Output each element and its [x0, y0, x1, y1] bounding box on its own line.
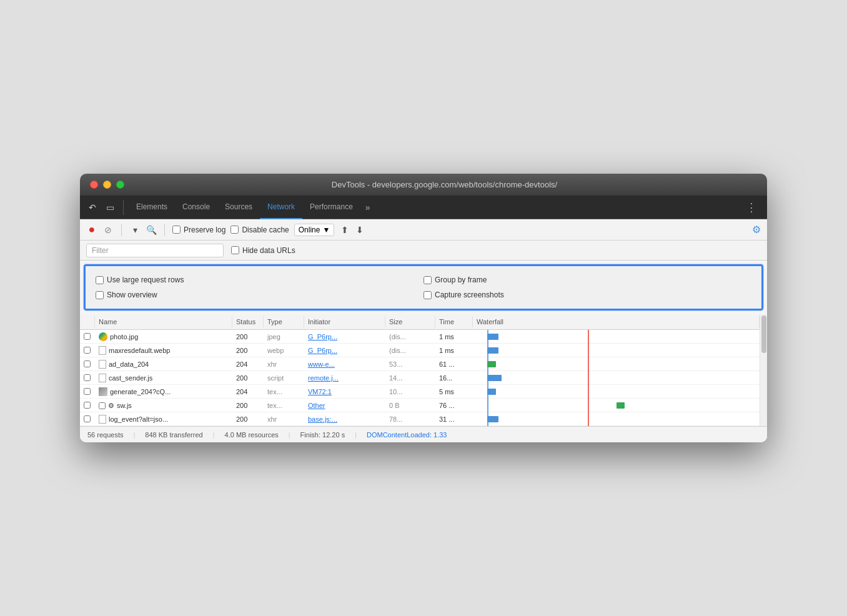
- table-row[interactable]: ⚙sw.js200tex...Other0 B76 ...: [80, 399, 760, 412]
- row-checkbox[interactable]: [84, 402, 91, 409]
- tab-network[interactable]: Network: [260, 196, 302, 219]
- requests-count: 56 requests: [87, 431, 123, 439]
- row-checkbox[interactable]: [84, 360, 91, 367]
- row-sub-checkbox[interactable]: [99, 402, 106, 410]
- capture-screenshots-text: Capture screenshots: [435, 291, 504, 299]
- resources-size: 4.0 MB resources: [225, 431, 279, 439]
- row-initiator[interactable]: base.js:...: [304, 414, 385, 424]
- show-overview-checkbox[interactable]: [96, 291, 104, 299]
- th-initiator[interactable]: Initiator: [304, 316, 385, 327]
- hide-data-urls-label[interactable]: Hide data URLs: [231, 246, 295, 255]
- capture-screenshots-checkbox[interactable]: [423, 291, 432, 299]
- show-overview-label[interactable]: Show overview: [96, 291, 157, 299]
- tab-performance[interactable]: Performance: [302, 196, 360, 219]
- tab-console[interactable]: Console: [175, 196, 217, 219]
- disable-cache-checkbox[interactable]: [230, 226, 239, 234]
- th-name[interactable]: Name: [95, 316, 232, 327]
- row-name[interactable]: ⚙sw.js: [95, 400, 232, 411]
- more-tabs-button[interactable]: »: [360, 200, 375, 215]
- group-by-frame-checkbox[interactable]: [423, 276, 432, 284]
- th-time[interactable]: Time: [435, 316, 473, 327]
- th-checkbox: [80, 316, 95, 327]
- row-checkbox[interactable]: [84, 333, 91, 340]
- row-name[interactable]: ad_data_204: [95, 359, 232, 370]
- row-initiator[interactable]: G_P6rp...: [304, 332, 385, 342]
- row-status: 200: [232, 345, 264, 355]
- th-status[interactable]: Status: [232, 316, 264, 327]
- row-checkbox[interactable]: [84, 374, 91, 381]
- stop-button[interactable]: ⊘: [102, 224, 114, 236]
- hide-data-urls-checkbox[interactable]: [231, 246, 239, 254]
- row-initiator[interactable]: Other: [304, 400, 385, 410]
- settings-gear-icon[interactable]: ⚙: [752, 224, 761, 236]
- upload-icon[interactable]: ⬆: [339, 224, 350, 236]
- table-row[interactable]: generate_204?cQ...204tex...VM72:110...5 …: [80, 385, 760, 399]
- table-row[interactable]: ad_data_204204xhrwww-e...53...61 ...: [80, 357, 760, 371]
- waterfall-red-line: [588, 412, 589, 426]
- online-select[interactable]: Online ▼: [294, 224, 335, 236]
- doc-icon: [99, 346, 106, 355]
- waterfall-bar: [617, 402, 625, 409]
- row-initiator[interactable]: G_P6rp...: [304, 345, 385, 355]
- row-name-text: ad_data_204: [109, 360, 149, 368]
- row-initiator[interactable]: www-e...: [304, 359, 385, 369]
- maximize-button[interactable]: [116, 181, 124, 189]
- table-container: Name Status Type Initiator Size Time Wat…: [80, 314, 767, 426]
- th-type[interactable]: Type: [264, 316, 304, 327]
- devtools-menu-button[interactable]: ⋮: [741, 198, 762, 217]
- status-divider-4: |: [355, 431, 357, 439]
- tab-sources[interactable]: Sources: [217, 196, 260, 219]
- row-initiator[interactable]: remote.j...: [304, 373, 385, 383]
- table-row[interactable]: photo.jpg200jpegG_P6rp...(dis...1 ms: [80, 330, 760, 344]
- tab-elements[interactable]: Elements: [129, 196, 175, 219]
- settings-col-3: Show overview: [96, 291, 423, 299]
- status-divider-3: |: [289, 431, 290, 439]
- th-size[interactable]: Size: [385, 316, 435, 327]
- row-initiator[interactable]: VM72:1: [304, 387, 385, 397]
- row-checkbox-cell: [80, 359, 95, 370]
- scrollbar-thumb[interactable]: [761, 315, 766, 353]
- toolbar-divider-2: [164, 224, 165, 236]
- group-by-frame-label[interactable]: Group by frame: [423, 276, 487, 284]
- titlebar: DevTools - developers.google.com/web/too…: [80, 174, 767, 196]
- capture-screenshots-label[interactable]: Capture screenshots: [423, 291, 504, 299]
- large-rows-checkbox[interactable]: [96, 276, 104, 284]
- filter-icon[interactable]: ▾: [129, 224, 141, 236]
- row-name[interactable]: photo.jpg: [95, 331, 232, 342]
- waterfall-bar: [487, 416, 498, 422]
- table-row[interactable]: cast_sender.js200scriptremote.j...14...1…: [80, 371, 760, 385]
- table-row[interactable]: maxresdefault.webp200webpG_P6rp...(dis..…: [80, 344, 760, 357]
- row-status: 200: [232, 414, 264, 424]
- row-checkbox[interactable]: [84, 415, 91, 422]
- row-checkbox[interactable]: [84, 347, 91, 354]
- record-button[interactable]: ●: [86, 224, 97, 236]
- disable-cache-label[interactable]: Disable cache: [230, 226, 289, 234]
- network-toolbar: ● ⊘ ▾ 🔍 Preserve log Disable cache Onlin…: [80, 219, 767, 241]
- settings-col-1: Use large request rows: [96, 276, 423, 284]
- row-type: xhr: [264, 359, 304, 369]
- row-waterfall: [473, 344, 760, 357]
- hide-data-urls-text: Hide data URLs: [242, 246, 295, 255]
- row-time: 76 ...: [435, 400, 473, 410]
- cursor-icon[interactable]: ↶: [85, 200, 100, 215]
- preserve-log-checkbox[interactable]: [172, 226, 181, 234]
- large-rows-label[interactable]: Use large request rows: [96, 276, 184, 284]
- minimize-button[interactable]: [103, 181, 111, 189]
- scrollbar[interactable]: [760, 314, 767, 426]
- search-icon[interactable]: 🔍: [146, 224, 157, 236]
- waterfall-bar: [487, 334, 498, 340]
- waterfall-bar: [487, 389, 496, 395]
- dock-icon[interactable]: ▭: [102, 200, 118, 215]
- preserve-log-label[interactable]: Preserve log: [172, 226, 225, 234]
- row-name[interactable]: generate_204?cQ...: [95, 386, 232, 397]
- filter-input[interactable]: [86, 244, 224, 257]
- download-icon[interactable]: ⬇: [354, 224, 365, 236]
- row-name[interactable]: log_event?alt=jso...: [95, 414, 232, 425]
- row-name[interactable]: cast_sender.js: [95, 372, 232, 384]
- row-name[interactable]: maxresdefault.webp: [95, 345, 232, 356]
- close-button[interactable]: [90, 181, 98, 189]
- th-waterfall[interactable]: Waterfall: [473, 316, 760, 327]
- table-row[interactable]: log_event?alt=jso...200xhrbase.js:...78.…: [80, 412, 760, 426]
- row-time: 5 ms: [435, 387, 473, 397]
- row-checkbox[interactable]: [84, 388, 91, 395]
